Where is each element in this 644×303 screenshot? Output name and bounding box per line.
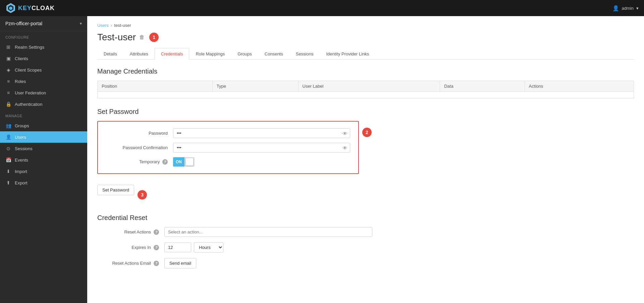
page-title: Test-user	[97, 32, 136, 43]
realm-selector[interactable]: Pzm-officer-portal ▾	[0, 16, 87, 31]
sidebar-item-realm-settings[interactable]: ⊞ Realm Settings	[0, 41, 87, 53]
reset-actions-email-row: Reset Actions Email ? Send email	[97, 258, 372, 268]
breadcrumb-parent[interactable]: Users	[97, 23, 109, 28]
temporary-help-icon[interactable]: ?	[162, 159, 168, 165]
sidebar-item-users[interactable]: 👤 Users	[0, 131, 87, 143]
sidebar-item-label: Client Scopes	[15, 68, 42, 73]
tab-sessions[interactable]: Sessions	[289, 48, 320, 59]
breadcrumb-separator: ›	[111, 23, 112, 28]
password-input-wrap: 👁	[173, 128, 350, 138]
sidebar-item-label: User Federation	[15, 90, 46, 95]
form-badge-2: 2	[362, 128, 372, 137]
tab-attributes[interactable]: Attributes	[123, 48, 155, 59]
sessions-icon: ⊙	[5, 146, 11, 151]
reset-actions-row: Reset Actions ?	[97, 227, 372, 237]
sidebar: Pzm-officer-portal ▾ Configure ⊞ Realm S…	[0, 16, 87, 303]
brand-text: KEYCLOAK	[18, 5, 55, 12]
sidebar-item-export[interactable]: ⬆ Export	[0, 177, 87, 188]
temporary-row: Temporary ? ON	[106, 157, 350, 167]
tab-role-mappings[interactable]: Role Mappings	[189, 48, 231, 59]
tab-consents[interactable]: Consents	[258, 48, 289, 59]
breadcrumb: Users › test-user	[97, 23, 634, 28]
password-confirmation-input[interactable]	[173, 143, 350, 153]
password-confirmation-eye-icon[interactable]: 👁	[342, 145, 347, 150]
sidebar-item-label: Users	[15, 135, 26, 140]
sidebar-item-groups[interactable]: 👥 Groups	[0, 120, 87, 131]
reset-actions-input[interactable]	[164, 227, 372, 237]
navbar: KEYCLOAK 👤 admin ▾	[0, 0, 644, 16]
temporary-toggle-wrap: ON	[173, 157, 195, 167]
temporary-toggle[interactable]: ON	[173, 157, 195, 167]
main-layout: Pzm-officer-portal ▾ Configure ⊞ Realm S…	[0, 16, 644, 303]
temporary-label: Temporary ?	[106, 159, 173, 165]
button-badge-3: 3	[138, 190, 147, 200]
reset-actions-label: Reset Actions ?	[97, 229, 164, 235]
toggle-knob	[186, 158, 193, 166]
sidebar-item-label: Clients	[15, 56, 28, 61]
set-password-section: Password 👁 Password Confirmation 👁	[97, 121, 634, 181]
col-actions: Actions	[525, 81, 634, 92]
tab-identity-provider-links[interactable]: Identity Provider Links	[320, 48, 375, 59]
password-eye-icon[interactable]: 👁	[342, 130, 347, 136]
expires-in-help-icon[interactable]: ?	[154, 245, 159, 250]
user-dropdown-icon: ▾	[636, 6, 639, 11]
set-password-button[interactable]: Set Password	[97, 185, 134, 195]
toggle-on-label: ON	[173, 157, 184, 167]
credential-reset-section: Reset Actions ? Expires In ? Hours	[97, 227, 372, 268]
export-icon: ⬆	[5, 180, 11, 185]
tab-groups[interactable]: Groups	[231, 48, 258, 59]
content-inner: Users › test-user Test-user 🗑 1 Details …	[87, 16, 644, 280]
brand: KEYCLOAK	[5, 3, 55, 13]
sidebar-item-import[interactable]: ⬇ Import	[0, 166, 87, 177]
sidebar-item-client-scopes[interactable]: ◈ Client Scopes	[0, 64, 87, 76]
import-icon: ⬇	[5, 169, 11, 174]
expires-number-input[interactable]	[164, 243, 191, 252]
expires-unit-select[interactable]: Hours Minutes Days	[194, 242, 223, 253]
roles-icon: ≡	[5, 79, 11, 84]
authentication-icon: 🔒	[5, 101, 11, 107]
sidebar-item-label: Export	[15, 180, 28, 185]
col-position: Position	[98, 81, 213, 92]
user-menu[interactable]: 👤 admin ▾	[612, 5, 639, 11]
sidebar-item-label: Authentication	[15, 102, 42, 107]
sidebar-item-label: Import	[15, 169, 27, 174]
user-icon: 👤	[612, 5, 619, 11]
set-password-heading: Set Password	[97, 108, 634, 116]
clients-icon: ▣	[5, 56, 11, 61]
col-user-label: User Label	[298, 81, 440, 92]
sidebar-item-roles[interactable]: ≡ Roles	[0, 76, 87, 87]
groups-icon: 👥	[5, 123, 11, 128]
sidebar-item-authentication[interactable]: 🔒 Authentication	[0, 98, 87, 110]
col-data: Data	[440, 81, 525, 92]
tab-credentials[interactable]: Credentials	[155, 48, 190, 59]
set-password-form-box: Password 👁 Password Confirmation 👁	[97, 121, 359, 174]
sidebar-item-label: Groups	[15, 123, 29, 128]
user-federation-icon: ≡	[5, 90, 11, 95]
credentials-table: Position Type User Label Data Actions	[97, 81, 634, 98]
table-empty-row	[98, 92, 634, 98]
content: Users › test-user Test-user 🗑 1 Details …	[87, 16, 644, 303]
sidebar-item-clients[interactable]: ▣ Clients	[0, 53, 87, 64]
sidebar-item-sessions[interactable]: ⊙ Sessions	[0, 143, 87, 154]
reset-actions-help-icon[interactable]: ?	[154, 229, 159, 235]
password-input[interactable]	[173, 128, 350, 138]
users-icon: 👤	[5, 134, 11, 140]
configure-label: Configure	[0, 31, 87, 41]
tab-details[interactable]: Details	[97, 48, 123, 59]
manage-label: Manage	[0, 110, 87, 120]
reset-actions-email-label: Reset Actions Email ?	[97, 261, 164, 266]
sidebar-item-label: Events	[15, 158, 28, 163]
send-email-button[interactable]: Send email	[164, 258, 196, 268]
sidebar-item-user-federation[interactable]: ≡ User Federation	[0, 87, 87, 98]
sidebar-item-label: Realm Settings	[15, 45, 44, 50]
reset-actions-email-help-icon[interactable]: ?	[154, 261, 159, 266]
delete-user-icon[interactable]: 🗑	[139, 34, 145, 40]
set-password-button-row: Set Password 3	[97, 185, 634, 205]
password-confirmation-row: Password Confirmation 👁	[106, 143, 350, 153]
keycloak-logo-icon	[5, 3, 16, 13]
credential-reset-heading: Credential Reset	[97, 214, 634, 222]
password-label: Password	[106, 131, 173, 136]
toggle-off	[184, 157, 195, 167]
client-scopes-icon: ◈	[5, 67, 11, 73]
sidebar-item-events[interactable]: 📅 Events	[0, 154, 87, 166]
